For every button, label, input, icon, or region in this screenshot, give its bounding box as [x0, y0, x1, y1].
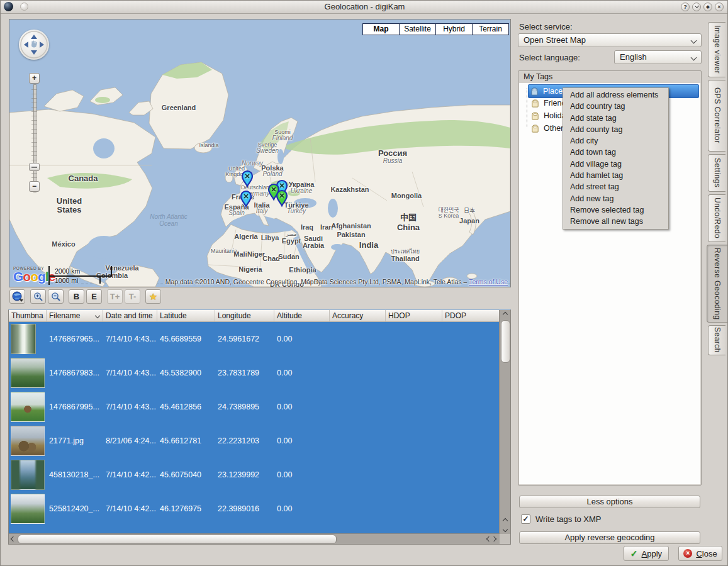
zoom-out-button[interactable]: − — [29, 181, 40, 192]
table-row[interactable]: 1476867965... 7/14/10 4:43... 45.6689559… — [9, 322, 500, 356]
map-type-map[interactable]: Map — [363, 24, 399, 35]
right-sidebar-tabs: Image viewer GPS Correlator Settings Und… — [702, 17, 727, 558]
table-row[interactable]: 1476867983... 7/14/10 4:43... 45.5382900… — [9, 356, 500, 390]
menu-item-add-village-tag[interactable]: Add village tag — [563, 158, 668, 170]
table-row[interactable]: 458130218_... 7/14/10 4:42... 45.6075040… — [9, 458, 500, 492]
map-pan-control[interactable] — [19, 30, 49, 60]
cell-altitude: 0.00 — [274, 402, 330, 411]
map-type-terrain[interactable]: Terrain — [473, 24, 508, 35]
menu-item-add-county-tag[interactable]: Add county tag — [563, 124, 668, 135]
col-altitude[interactable]: Altitude — [274, 310, 330, 321]
pan-down-icon — [31, 50, 37, 55]
col-longitude[interactable]: Longitude — [215, 310, 274, 321]
tag-icon — [530, 111, 540, 121]
tab-settings[interactable]: Settings — [708, 154, 725, 192]
write-tags-row: ✓ Write tags to XMP — [521, 514, 602, 524]
cell-datetime: 7/14/10 4:43... — [103, 335, 157, 343]
shade-button[interactable] — [692, 3, 701, 11]
select-language-label: Select language: — [519, 53, 580, 62]
menu-item-remove-all-new-tags[interactable]: Remove all new tags — [563, 216, 668, 227]
magnifier-minus-icon — [51, 292, 61, 302]
tab-reverse-geocoding[interactable]: Reverse Geocoding — [707, 245, 727, 323]
menu-item-add-all-address-elements[interactable]: Add all address elements — [563, 89, 668, 101]
cell-filename: 525812420_... — [47, 504, 103, 513]
horizontal-scroll-thumb[interactable] — [18, 535, 337, 544]
close-button[interactable]: × — [715, 3, 724, 11]
apply-button[interactable]: ✓ Apply — [624, 546, 669, 561]
table-row[interactable]: 525812420_... 7/14/10 4:42... 46.1276975… — [9, 492, 500, 526]
menu-item-add-hamlet-tag[interactable]: Add hamlet tag — [563, 170, 668, 181]
map-type-satellite[interactable]: Satellite — [400, 24, 435, 35]
zoom-handle[interactable] — [29, 163, 40, 171]
col-datetime[interactable]: Date and time — [103, 310, 157, 321]
maximize-button[interactable]: ◆ — [703, 3, 712, 11]
tab-image-viewer[interactable]: Image viewer — [708, 22, 725, 77]
scroll-up2-icon[interactable] — [500, 516, 510, 525]
menu-item-add-town-tag[interactable]: Add town tag — [563, 147, 668, 158]
scroll-left-right-icons[interactable] — [483, 534, 500, 544]
pan-up-icon — [31, 35, 37, 39]
col-pdop[interactable]: PDOP — [442, 310, 500, 321]
tab-gps-correlator[interactable]: GPS Correlator — [708, 80, 725, 152]
scroll-left-icon[interactable] — [9, 534, 18, 544]
zoom-in-button[interactable]: + — [29, 73, 40, 84]
service-select[interactable]: Open Street Map — [518, 33, 702, 47]
menu-item-add-city[interactable]: Add city — [563, 135, 668, 147]
cell-latitude: 45.6075040 — [157, 470, 215, 479]
tab-undo-redo[interactable]: Undo/Redo — [708, 194, 725, 242]
scroll-down-icon[interactable] — [500, 525, 510, 534]
vertical-scrollbar[interactable] — [499, 310, 510, 534]
bookmarks-button[interactable]: B — [69, 289, 84, 304]
titlebar[interactable]: Geolocation - digiKam ? ◆ × — [1, 1, 728, 14]
zoom-in-tool-button[interactable] — [30, 289, 46, 304]
cell-latitude: 45.6689559 — [157, 335, 215, 343]
zoom-out-tool-button[interactable] — [48, 289, 64, 304]
menu-item-add-new-tag[interactable]: Add new tag — [563, 193, 668, 204]
map-marker[interactable] — [241, 191, 251, 206]
apply-reverse-geocoding-button[interactable]: Apply reverse geocoding — [519, 531, 700, 544]
thumbnails-increase-button[interactable]: T+ — [107, 289, 123, 304]
menu-item-remove-selected-tag[interactable]: Remove selected tag — [563, 204, 668, 216]
map-marker[interactable] — [277, 191, 287, 206]
map-settings-button[interactable] — [9, 289, 25, 304]
col-accuracy[interactable]: Accuracy — [330, 310, 386, 321]
sort-desc-icon — [95, 313, 100, 318]
vertical-scroll-thumb[interactable] — [501, 320, 510, 363]
logo-letter: G — [13, 269, 23, 284]
less-options-button[interactable]: Less options — [519, 496, 700, 508]
scroll-up-icon[interactable] — [500, 310, 510, 319]
menu-item-add-street-tag[interactable]: Add street tag — [563, 181, 668, 192]
terms-of-use-link[interactable]: Terms of Use — [469, 278, 508, 286]
map-widget[interactable]: GreenlandCanadaUnitedStatesMéxicoIslandi… — [9, 19, 511, 287]
map-marker[interactable] — [242, 171, 252, 186]
col-latitude[interactable]: Latitude — [157, 310, 215, 321]
table-row[interactable]: 21771.jpg 8/21/06 4:24... 45.6612781 22.… — [9, 424, 500, 458]
thumbnails-decrease-button[interactable]: T- — [125, 289, 140, 304]
logo-letter: g — [38, 269, 45, 284]
tag-icon — [530, 87, 539, 96]
help-button[interactable]: ? — [681, 3, 690, 11]
language-select[interactable]: English — [614, 50, 702, 64]
horizontal-scrollbar[interactable] — [9, 533, 500, 544]
map-type-hybrid[interactable]: Hybrid — [436, 24, 472, 35]
cell-longitude: 23.7831789 — [215, 369, 274, 377]
col-thumbnail[interactable]: Thumbna — [9, 310, 47, 321]
close-circle-icon: × — [683, 549, 692, 558]
col-hdop[interactable]: HDOP — [386, 310, 442, 321]
col-filename[interactable]: Filename — [47, 310, 103, 321]
edit-coordinates-button[interactable]: E — [86, 289, 102, 304]
table-row[interactable]: 1476867995... 7/14/10 4:43... 45.4612856… — [9, 390, 500, 424]
menu-item-add-country-tag[interactable]: Add country tag — [563, 101, 668, 112]
scale-km-label: 2000 km — [55, 267, 80, 275]
write-tags-checkbox[interactable]: ✓ — [521, 514, 530, 524]
tab-search[interactable]: Search — [708, 325, 725, 355]
check-icon: ✓ — [630, 548, 638, 558]
menu-item-add-state-tag[interactable]: Add state tag — [563, 113, 668, 124]
zoom-ticks — [31, 86, 37, 190]
cell-datetime: 7/14/10 4:43... — [103, 402, 157, 411]
pan-hand-icon — [31, 41, 37, 48]
scale-mi-label: 1000 mi — [55, 277, 78, 284]
favorites-button[interactable]: ★ — [145, 289, 161, 304]
cell-filename: 1476867965... — [47, 335, 103, 343]
cell-longitude: 22.3989016 — [215, 504, 274, 513]
